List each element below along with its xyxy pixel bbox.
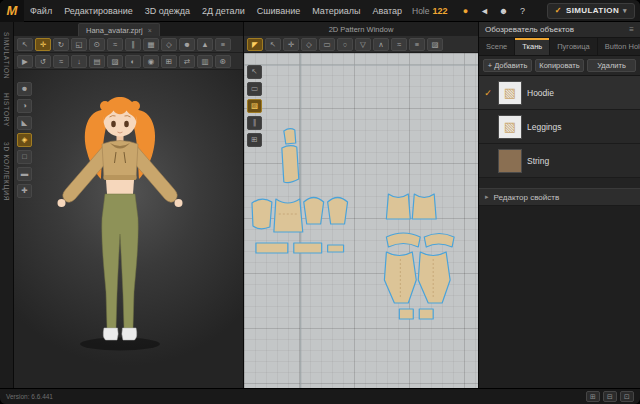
menu-item[interactable]: Редактирование [58,0,139,22]
render-settings-icon[interactable]: ⊛ [215,55,231,68]
select-tool-icon[interactable]: ↖ [17,38,33,51]
browser-tab[interactable]: Пуговица [550,38,598,55]
texture-view-icon[interactable]: ▨ [107,55,123,68]
solidify-tool-icon[interactable]: ▦ [143,38,159,51]
property-editor-header[interactable]: ▸ Редактор свойств [479,188,640,206]
fabric-list-item[interactable]: ▧ Leggings [479,110,640,144]
toolbar-2d-row: ◤↖✛◇▭○▽∧≈≡▨ [244,36,478,53]
wind-icon[interactable]: ≈ [53,55,69,68]
menu-item[interactable]: Файл [24,0,58,22]
notch-tool-icon[interactable]: ∧ [373,38,389,51]
avatar-display-icon[interactable]: ☻ [179,38,195,51]
edit-pattern-icon[interactable]: ↖ [265,38,281,51]
simulation-mode-button[interactable]: ✓ SIMULATION ▾ [547,3,635,19]
translate-gizmo-icon[interactable]: ✛ [35,38,51,51]
measure-tool-icon[interactable]: ∥ [125,38,141,51]
menu-item[interactable]: Сшивание [251,0,306,22]
3d-viewport[interactable]: ☻◑◣◈□▬✚ [14,70,243,388]
panel-menu-icon[interactable]: ≡ [629,25,634,34]
browser-button[interactable]: Копировать [535,59,584,72]
browser-tab[interactable]: Ткань [515,38,550,55]
camera-icon[interactable]: ◉ [143,55,159,68]
pin-tool-icon[interactable]: ⊙ [89,38,105,51]
coin-icon[interactable]: ● [460,6,472,16]
fabric-list-item[interactable]: String [479,144,640,178]
document-tab[interactable]: Hana_avatar.zprj × [78,23,160,36]
simulate-icon[interactable]: ▶ [17,55,33,68]
pattern-box-icon[interactable]: ▭ [247,82,262,96]
simulation-mode-label: SIMULATION [566,6,619,15]
version-label: Version: 6.6.441 [6,393,53,400]
show-shoes-icon[interactable]: ◣ [17,116,32,130]
topbar-icons: ●◄☻? [460,6,529,16]
fabric-name: Hoodie [527,88,554,98]
baseline-tool-icon[interactable]: ∥ [247,116,262,130]
close-icon[interactable]: × [148,27,152,34]
circle-tool-icon[interactable]: ○ [337,38,353,51]
sewing-tool-icon[interactable]: ≈ [107,38,123,51]
fabric-list-item[interactable]: ✓ ▧ Hoodie [479,76,640,110]
mirror-icon[interactable]: ⇄ [179,55,195,68]
seam-tool-icon[interactable]: ≈ [391,38,407,51]
polygon-tool-icon[interactable]: ◇ [301,38,317,51]
browser-button[interactable]: + Добавить [483,59,532,72]
pattern-pieces [244,53,478,388]
fabric-list: ✓ ▧ Hoodie ▧ Leggings [479,76,640,178]
dart-tool-icon[interactable]: ▽ [355,38,371,51]
menu-item[interactable]: Материалы [306,0,366,22]
safety-pin-icon[interactable]: ✚ [17,184,32,198]
dock-tab-label[interactable]: HISTORY [3,93,10,127]
texture-editor-icon[interactable]: ▨ [427,38,443,51]
speaker-icon[interactable]: ◄ [479,6,491,16]
light-icon[interactable]: ◐ [125,55,141,68]
grid-toggle-icon[interactable]: ⊞ [161,55,177,68]
show-avatar-icon[interactable]: ☻ [17,82,32,96]
object-browser-panel: Обозреватель объектов ≡ SceneТканьПугови… [478,22,640,388]
menu-item[interactable]: 3D одежда [139,0,196,22]
grading-icon[interactable]: ≡ [409,38,425,51]
arrangement-points-icon[interactable]: ◈ [17,133,32,147]
tape-measure-icon[interactable]: ▬ [17,167,32,181]
add-point-icon[interactable]: ✛ [283,38,299,51]
menu-item[interactable]: 2Д детали [196,0,251,22]
fabric-thumbnail: ▧ [498,115,522,139]
layers-icon[interactable]: ▥ [197,55,213,68]
more-tools-icon[interactable]: ≡ [215,38,231,51]
fabric-swatch-icon[interactable]: ▨ [247,99,262,113]
thumbnail-pattern-glyph: ▧ [504,85,516,100]
2d-window-title: 2D Pattern Window [244,22,478,36]
layout-3d-only-icon[interactable]: ⊟ [603,391,617,402]
browser-tab[interactable]: Scene [479,38,515,55]
show-hair-icon[interactable]: ◑ [17,99,32,113]
layout-both-icon[interactable]: ⊞ [586,391,600,402]
status-bar: Version: 6.6.441 ⊞⊟⊡ [0,388,640,404]
drape-tool-icon[interactable]: ▲ [197,38,213,51]
grid-2d-icon[interactable]: ⊞ [247,133,262,147]
toolbar-2d-side: ↖▭▨∥⊞ [247,65,262,147]
transform-pattern-icon[interactable]: ◤ [247,38,263,51]
browser-button[interactable]: Удалить [587,59,636,72]
help-icon[interactable]: ? [517,6,529,16]
app-window: M ФайлРедактирование3D одежда2Д деталиСш… [0,0,640,404]
document-tab-title: Hana_avatar.zprj [86,26,143,35]
bounding-volumes-icon[interactable]: □ [17,150,32,164]
scale-gizmo-icon[interactable]: ◱ [71,38,87,51]
hole-label: Hole [412,6,429,16]
hole-counter[interactable]: Hole 122 [412,6,448,16]
reset-pose-icon[interactable]: ↺ [35,55,51,68]
menu-item[interactable]: Аватар [366,0,408,22]
pattern-move-icon[interactable]: ↖ [247,65,262,79]
dock-tab-label[interactable]: 3D КОЛЛЕКЦИЯ [3,142,10,201]
gravity-icon[interactable]: ↓ [71,55,87,68]
rectangle-tool-icon[interactable]: ▭ [319,38,335,51]
browser-tab[interactable]: Button Hole [598,38,640,55]
2d-pattern-canvas[interactable]: ↖▭▨∥⊞ [244,53,478,388]
pattern-outline-icon[interactable]: ◇ [161,38,177,51]
rotate-gizmo-icon[interactable]: ↻ [53,38,69,51]
dock-tab-label[interactable]: SIMULATION [3,32,10,79]
hole-count-badge: 122 [432,6,447,16]
fabric-thumbnail: ▧ [498,81,522,105]
user-icon[interactable]: ☻ [498,6,510,16]
mesh-view-icon[interactable]: ▤ [89,55,105,68]
layout-2d-only-icon[interactable]: ⊡ [620,391,634,402]
